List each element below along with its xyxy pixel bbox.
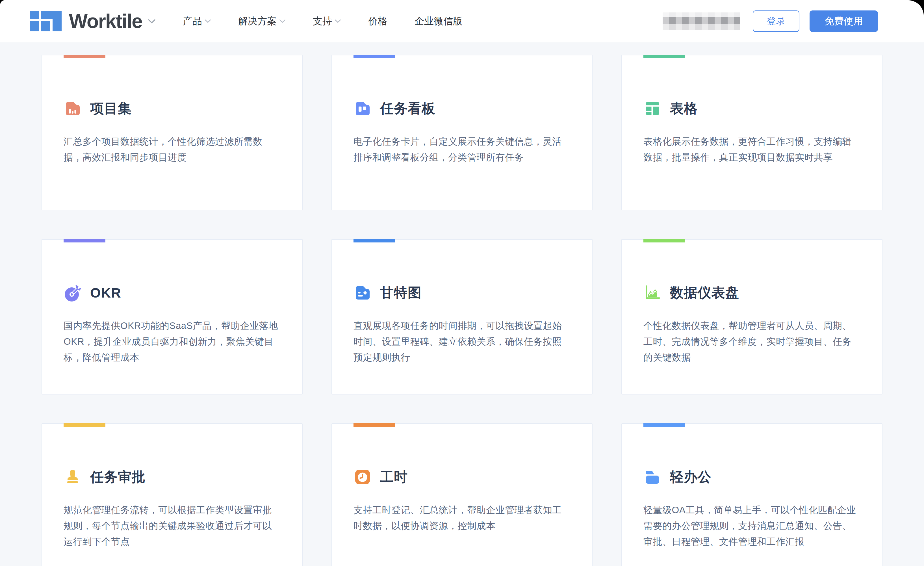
feature-card-kanban[interactable]: 任务看板 电子化任务卡片，自定义展示任务关键信息，灵活排序和调整看板分组，分类管… bbox=[332, 55, 592, 210]
dashboard-line-chart-icon bbox=[644, 284, 662, 302]
card-title: 任务审批 bbox=[90, 468, 146, 486]
card-header: 任务看板 bbox=[354, 99, 570, 117]
light-office-folder-icon bbox=[644, 468, 662, 486]
feature-card-light-office[interactable]: 轻办公 轻量级OA工具，简单易上手，可以个性化匹配企业需要的办公管理规则，支持消… bbox=[621, 423, 882, 566]
project-portfolio-folder-chart-icon bbox=[64, 99, 82, 117]
card-header: 甘特图 bbox=[354, 284, 570, 302]
card-accent-bar bbox=[64, 239, 105, 242]
free-signup-button[interactable]: 免费使用 bbox=[810, 11, 878, 32]
card-header: 任务审批 bbox=[64, 468, 280, 486]
card-description: 直观展现各项任务的时间排期，可以拖拽设置起始时间、设置里程碑、建立依赖关系，确保… bbox=[354, 318, 570, 365]
nav-item-wechat-work[interactable]: 企业微信版 bbox=[414, 15, 463, 28]
login-button[interactable]: 登录 bbox=[753, 11, 800, 32]
chevron-down-icon bbox=[205, 19, 211, 23]
chevron-down-icon bbox=[279, 19, 286, 23]
phone-number-blurred bbox=[663, 12, 740, 30]
top-navbar: Worktile 产品 解决方案 支持 价格 企业微信版 登录 免费使用 bbox=[0, 0, 924, 42]
feature-card-table[interactable]: 表格 表格化展示任务数据，更符合工作习惯，支持编辑数据，批量操作，真正实现项目数… bbox=[621, 55, 882, 210]
card-accent-bar bbox=[354, 423, 395, 427]
card-description: 汇总多个项目数据统计，个性化筛选过滤所需数据，高效汇报和同步项目进度 bbox=[64, 134, 280, 165]
feature-card-task-approval[interactable]: 任务审批 规范化管理任务流转，可以根据工作类型设置审批规则，每个节点输出的关键成… bbox=[42, 423, 303, 566]
okr-target-dart-icon bbox=[64, 284, 82, 302]
nav-label: 企业微信版 bbox=[414, 15, 463, 28]
nav-item-pricing[interactable]: 价格 bbox=[368, 15, 387, 28]
table-grid-icon bbox=[644, 99, 662, 117]
card-header: 项目集 bbox=[64, 99, 280, 117]
card-header: 轻办公 bbox=[644, 468, 860, 486]
card-title: 项目集 bbox=[90, 99, 132, 117]
card-description: 国内率先提供OKR功能的SaaS产品，帮助企业落地OKR，提升企业成员自驱力和创… bbox=[64, 318, 280, 365]
window-corner-decoration bbox=[908, 0, 924, 16]
brand-name: Worktile bbox=[69, 10, 142, 33]
card-description: 支持工时登记、汇总统计，帮助企业管理者获知工时数据，以便协调资源，控制成本 bbox=[354, 502, 570, 534]
card-accent-bar bbox=[64, 423, 105, 427]
gantt-folder-icon bbox=[354, 284, 372, 302]
card-accent-bar bbox=[644, 55, 685, 58]
card-title: 数据仪表盘 bbox=[670, 284, 739, 302]
work-hours-clock-icon bbox=[354, 468, 372, 486]
feature-card-grid: 项目集 汇总多个项目数据统计，个性化筛选过滤所需数据，高效汇报和同步项目进度 任… bbox=[0, 55, 924, 566]
card-header: 数据仪表盘 bbox=[644, 284, 860, 302]
card-title: 表格 bbox=[670, 99, 698, 117]
card-title: OKR bbox=[90, 285, 121, 301]
nav-label: 解决方案 bbox=[238, 15, 277, 28]
feature-card-project-portfolio[interactable]: 项目集 汇总多个项目数据统计，个性化筛选过滤所需数据，高效汇报和同步项目进度 bbox=[42, 55, 303, 210]
feature-card-gantt[interactable]: 甘特图 直观展现各项任务的时间排期，可以拖拽设置起始时间、设置里程碑、建立依赖关… bbox=[332, 239, 592, 395]
chevron-down-icon bbox=[334, 19, 341, 23]
nav-item-solutions[interactable]: 解决方案 bbox=[238, 15, 286, 28]
card-description: 表格化展示任务数据，更符合工作习惯，支持编辑数据，批量操作，真正实现项目数据实时… bbox=[644, 134, 860, 165]
card-header: 表格 bbox=[644, 99, 860, 117]
card-accent-bar bbox=[644, 423, 685, 427]
approval-stamp-icon bbox=[64, 468, 82, 486]
card-accent-bar bbox=[644, 239, 685, 242]
nav-item-support[interactable]: 支持 bbox=[313, 15, 341, 28]
card-title: 轻办公 bbox=[670, 468, 711, 486]
card-description: 个性化数据仪表盘，帮助管理者可从人员、周期、工时、完成情况等多个维度，实时掌握项… bbox=[644, 318, 860, 365]
worktile-logo[interactable]: Worktile bbox=[30, 10, 156, 33]
kanban-folder-icon bbox=[354, 99, 372, 117]
card-accent-bar bbox=[354, 55, 395, 58]
nav-label: 价格 bbox=[368, 15, 387, 28]
feature-card-okr[interactable]: OKR 国内率先提供OKR功能的SaaS产品，帮助企业落地OKR，提升企业成员自… bbox=[42, 239, 303, 395]
card-title: 任务看板 bbox=[380, 99, 435, 117]
main-nav: 产品 解决方案 支持 价格 企业微信版 bbox=[183, 15, 463, 28]
card-title: 工时 bbox=[380, 468, 408, 486]
window-corner-decoration bbox=[0, 0, 4, 5]
card-description: 轻量级OA工具，简单易上手，可以个性化匹配企业需要的办公管理规则，支持消息汇总通… bbox=[644, 502, 860, 549]
card-accent-bar bbox=[354, 239, 395, 242]
card-title: 甘特图 bbox=[380, 284, 422, 302]
card-accent-bar bbox=[64, 55, 105, 58]
card-description: 规范化管理任务流转，可以根据工作类型设置审批规则，每个节点输出的关键成果验收通过… bbox=[64, 502, 280, 549]
feature-card-dashboard[interactable]: 数据仪表盘 个性化数据仪表盘，帮助管理者可从人员、周期、工时、完成情况等多个维度… bbox=[621, 239, 882, 395]
card-description: 电子化任务卡片，自定义展示任务关键信息，灵活排序和调整看板分组，分类管理所有任务 bbox=[354, 134, 570, 165]
card-header: 工时 bbox=[354, 468, 570, 486]
card-header: OKR bbox=[64, 284, 280, 302]
feature-card-work-hours[interactable]: 工时 支持工时登记、汇总统计，帮助企业管理者获知工时数据，以便协调资源，控制成本 bbox=[332, 423, 592, 566]
nav-label: 支持 bbox=[313, 15, 332, 28]
nav-item-products[interactable]: 产品 bbox=[183, 15, 211, 28]
nav-label: 产品 bbox=[183, 15, 202, 28]
chevron-down-icon bbox=[148, 19, 156, 24]
worktile-logo-icon bbox=[30, 11, 62, 32]
